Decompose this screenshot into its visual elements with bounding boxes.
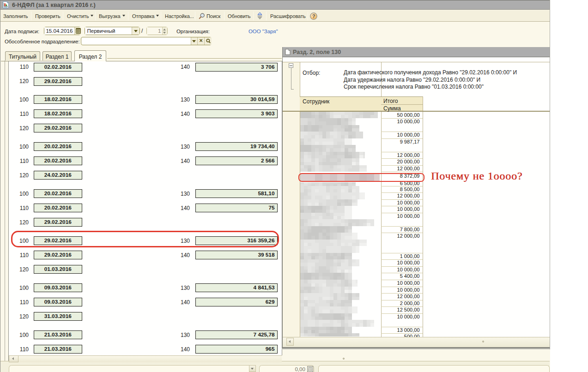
svg-text:?: ? bbox=[312, 13, 315, 19]
